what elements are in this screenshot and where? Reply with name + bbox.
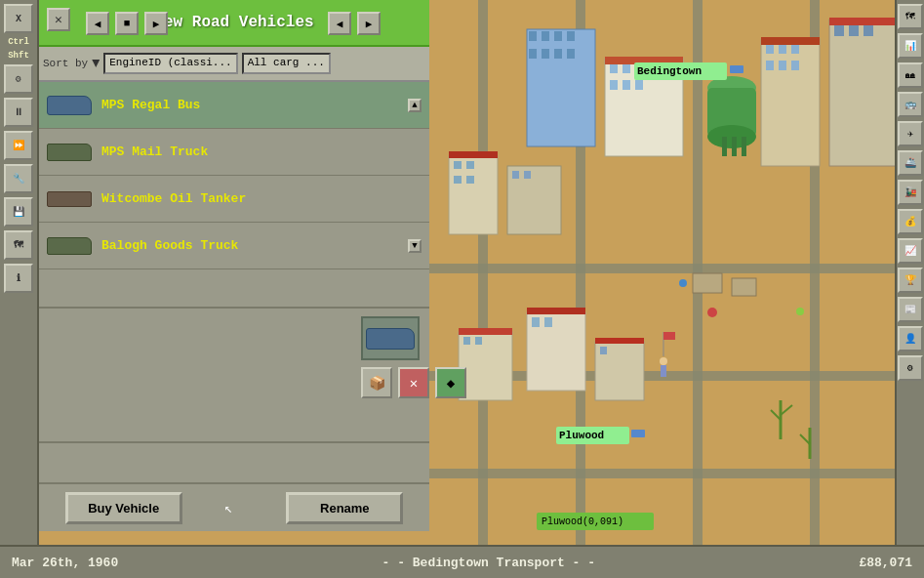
svg-rect-41	[761, 37, 820, 45]
sidebar-close-btn[interactable]: X	[4, 4, 33, 33]
svg-point-77	[660, 357, 667, 365]
scroll-left-button[interactable]: ◀	[86, 12, 109, 35]
svg-rect-49	[466, 161, 474, 169]
confirm-icon-btn[interactable]: ◆	[435, 367, 466, 398]
svg-text:Pluwood: Pluwood	[559, 430, 604, 441]
right-btn-12[interactable]: 👤	[898, 326, 923, 351]
vehicle-item-1[interactable]: MPS Mail Truck	[39, 129, 429, 176]
svg-rect-59	[459, 328, 512, 335]
nav-left-button[interactable]: ◀	[328, 12, 351, 35]
svg-rect-39	[779, 61, 786, 70]
nav-right-button[interactable]: ▶	[357, 12, 381, 35]
right-btn-3[interactable]: 🏘	[898, 62, 923, 88]
title-bar: ✕ ◀ ■ ▶ New Road Vehicles ◀ ▶	[39, 0, 429, 47]
svg-rect-30	[742, 137, 746, 156]
status-company: - - Bedingtown Transport - -	[382, 556, 595, 570]
svg-rect-63	[527, 308, 585, 314]
bottom-buttons: Buy Vehicle ↖ Rename	[39, 482, 429, 531]
sort-engine-value: EngineID (classi...	[109, 57, 231, 68]
city-svg: Bedingtown	[400, 0, 924, 578]
list-scroll-down[interactable]: ▼	[408, 239, 422, 253]
sidebar-pause-btn[interactable]: ⏸	[4, 98, 33, 127]
svg-rect-82	[732, 278, 756, 296]
vehicle-name-3: Balogh Goods Truck	[101, 238, 238, 253]
svg-rect-81	[693, 273, 722, 293]
svg-rect-65	[600, 347, 607, 354]
cancel-icon-btn[interactable]: ✕	[398, 367, 429, 398]
svg-text:Bedingtown: Bedingtown	[637, 65, 702, 77]
svg-rect-58	[475, 337, 482, 345]
svg-rect-34	[761, 39, 820, 166]
svg-rect-8	[527, 29, 595, 146]
sidebar-info-btn[interactable]: ℹ	[4, 264, 33, 293]
cargo-filter-value: All carg ...	[248, 57, 325, 68]
right-btn-2[interactable]: 📊	[898, 33, 923, 59]
svg-rect-12	[567, 31, 575, 41]
scroll-right-button[interactable]: ▶	[144, 12, 168, 35]
svg-point-85	[796, 308, 804, 315]
scroll-center-button[interactable]: ■	[115, 12, 139, 35]
sidebar-settings-btn[interactable]: ⚙	[4, 64, 33, 94]
vehicle-name-0: MPS Regal Bus	[101, 98, 200, 112]
sidebar-fast-forward-btn[interactable]: ⏩	[4, 131, 33, 160]
svg-rect-11	[554, 31, 562, 41]
spacer-area	[39, 443, 429, 482]
city-area: Bedingtown	[400, 0, 924, 578]
svg-rect-48	[454, 161, 462, 169]
right-btn-9[interactable]: 📈	[898, 238, 923, 264]
right-btn-10[interactable]: 🏆	[898, 268, 923, 293]
vehicle-item-3[interactable]: Balogh Goods Truck ▼	[39, 223, 429, 269]
svg-rect-22	[623, 80, 630, 90]
right-btn-13[interactable]: ⚙	[898, 355, 923, 381]
list-scroll-up[interactable]: ▲	[408, 99, 422, 112]
panel-close-button[interactable]: ✕	[47, 8, 70, 31]
sidebar-save-btn[interactable]: 💾	[4, 197, 33, 227]
svg-rect-43	[834, 24, 844, 36]
svg-rect-19	[623, 63, 630, 73]
right-sidebar: 🗺 📊 🏘 🚌 ✈ 🚢 🚂 💰 📈 🏆 📰 👤 ⚙ ?	[895, 0, 924, 578]
svg-rect-16	[567, 49, 575, 59]
buy-vehicle-button[interactable]: Buy Vehicle	[65, 492, 182, 524]
cargo-filter-dropdown[interactable]: All carg ...	[242, 53, 331, 74]
svg-rect-33	[730, 65, 743, 73]
svg-point-83	[707, 308, 717, 317]
svg-rect-51	[466, 176, 474, 184]
svg-rect-35	[766, 44, 774, 54]
right-btn-8[interactable]: 💰	[898, 209, 923, 234]
svg-rect-15	[554, 49, 562, 59]
svg-rect-44	[849, 24, 859, 36]
truck-vehicle-icon-3	[47, 237, 92, 255]
svg-rect-54	[512, 171, 519, 179]
vehicle-item-0[interactable]: MPS Regal Bus ▲	[39, 82, 429, 129]
sort-engine-dropdown[interactable]: EngineID (classi...	[103, 53, 237, 74]
svg-rect-13	[529, 49, 537, 59]
svg-rect-55	[524, 171, 531, 179]
right-btn-4[interactable]: 🚌	[898, 92, 923, 117]
truck-vehicle-icon-1	[47, 144, 92, 161]
panel-title: New Road Vehicles	[154, 14, 313, 31]
preview-area: 📦 ✕ ◆ Cost: £4,937 Speed: 56 km/h Runnin…	[39, 307, 429, 443]
svg-rect-23	[635, 80, 643, 90]
svg-point-84	[679, 279, 687, 287]
svg-rect-21	[610, 80, 618, 90]
sidebar-map-btn[interactable]: 🗺	[4, 230, 33, 260]
vehicle-item-2[interactable]: Witcombe Oil Tanker	[39, 176, 429, 223]
svg-rect-69	[631, 430, 645, 437]
svg-rect-50	[454, 176, 462, 184]
vehicle-name-1: MPS Mail Truck	[101, 144, 208, 159]
right-btn-1[interactable]: 🗺	[898, 4, 923, 29]
svg-rect-66	[595, 338, 644, 344]
right-btn-6[interactable]: 🚢	[898, 150, 923, 176]
svg-rect-18	[610, 63, 618, 73]
right-btn-11[interactable]: 📰	[898, 297, 923, 322]
close-icon: ✕	[55, 12, 62, 27]
cargo-icon-btn[interactable]: 📦	[361, 367, 392, 398]
svg-rect-14	[542, 49, 549, 59]
rename-vehicle-button[interactable]: Rename	[286, 492, 403, 524]
sidebar-tools-btn[interactable]: 🔧	[4, 164, 33, 193]
right-btn-7[interactable]: 🚂	[898, 180, 923, 205]
svg-rect-61	[532, 317, 540, 327]
svg-text:Pluwood(0,091): Pluwood(0,091)	[542, 516, 623, 527]
svg-rect-29	[732, 137, 737, 156]
right-btn-5[interactable]: ✈	[898, 121, 923, 146]
